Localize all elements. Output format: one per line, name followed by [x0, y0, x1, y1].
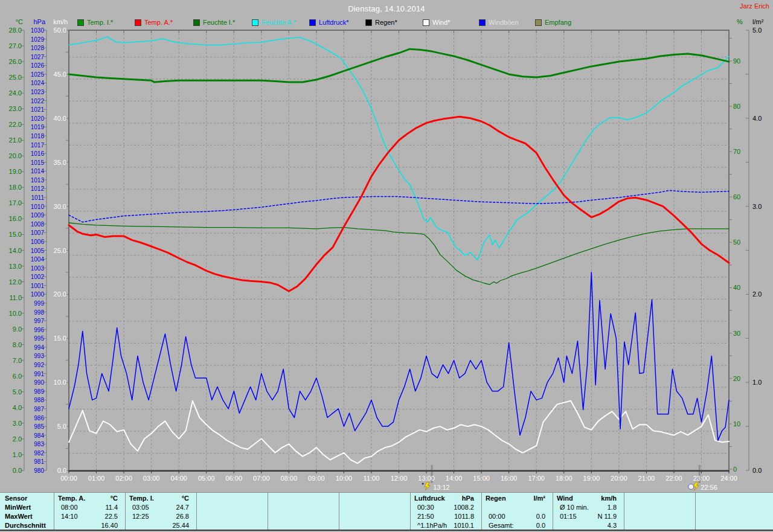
cell-value: 1008.2 [414, 503, 474, 512]
temp-tick-label: 10.0 [9, 310, 22, 317]
x-tick-label: 08:00 [281, 475, 298, 482]
hpa-tick-label: 1002 [31, 274, 45, 280]
kmh-tick-label: 15.0 [54, 335, 66, 342]
hpa-tick-label: 991 [34, 371, 44, 377]
temp-tick-label: 13.0 [9, 263, 22, 270]
table-divider [553, 493, 553, 530]
x-tick-label: 03:00 [143, 475, 160, 482]
x-tick-label: 16:00 [501, 475, 518, 482]
table-divider [339, 493, 339, 530]
row-label: MaxWert [5, 512, 52, 521]
temp-tick-label: 18.0 [9, 184, 22, 191]
col-unit: °C [129, 494, 189, 503]
x-tick-label: 17:00 [528, 475, 545, 482]
marker-dot-icon [422, 482, 424, 484]
temp-tick-label: 14.0 [9, 247, 22, 254]
kmh-tick-label: 35.0 [54, 159, 66, 166]
row-label: MinWert [5, 503, 52, 512]
hpa-tick-label: 980 [34, 467, 44, 474]
series-luftdruck [69, 190, 729, 222]
hpa-tick-label: 995 [34, 335, 44, 342]
kmh-tick-label: 30.0 [54, 203, 66, 210]
pct-tick-label: 10 [733, 420, 740, 428]
x-tick-label: 04:00 [170, 475, 187, 482]
cell-value: 22.5 [58, 512, 118, 521]
temp-tick-label: 23.0 [9, 105, 22, 112]
temp-tick-label: 3.0 [13, 420, 22, 427]
hpa-tick-label: 1023 [31, 89, 45, 95]
kmh-tick-label: 20.0 [54, 290, 66, 298]
temp-tick-label: 7.0 [13, 357, 22, 364]
col-unit: °C [58, 494, 118, 503]
kmh-tick-label: 40.0 [54, 115, 66, 122]
x-tick-label: 22:00 [666, 475, 682, 482]
temp-tick-label: 26.0 [9, 58, 22, 65]
event-time-label: 22:56 [701, 484, 717, 491]
x-tick-label: 05:00 [198, 475, 215, 482]
series-temp_i [69, 49, 729, 82]
hpa-tick-label: 992 [34, 362, 44, 368]
hpa-tick-label: 1006 [31, 239, 45, 245]
table-divider [624, 493, 624, 530]
lm2-tick-label: 0.0 [752, 467, 762, 474]
table-header-sensor: Sensor [5, 494, 52, 503]
table-divider [54, 493, 54, 530]
hpa-tick-label: 1010 [31, 204, 45, 210]
lm2-tick-label: 3.0 [752, 203, 762, 210]
cell-value: 1011.8 [414, 512, 474, 521]
table-divider [410, 493, 411, 530]
temp-tick-label: 16.0 [9, 215, 22, 222]
temp-tick-label: 17.0 [9, 199, 22, 207]
hpa-tick-label: 1013 [31, 177, 45, 184]
series-wind [69, 401, 729, 464]
x-tick-label: 15:00 [473, 475, 490, 482]
x-tick-label: 01:00 [88, 475, 105, 482]
moon-icon [688, 484, 694, 490]
lm2-tick-label: 2.0 [752, 290, 762, 298]
hpa-tick-label: 1022 [31, 98, 45, 104]
hpa-tick-label: 1030 [31, 27, 45, 34]
hpa-tick-label: 1016 [31, 150, 45, 157]
stats-table: SensorMinWertMaxWertDurchschnittTemp. A.… [0, 492, 773, 530]
pct-tick-label: 20 [733, 375, 740, 382]
hpa-tick-label: 989 [34, 388, 44, 395]
hpa-tick-label: 1005 [31, 248, 45, 254]
pct-tick-label: 70 [733, 148, 740, 155]
cell-value: 1010.1 [414, 521, 474, 530]
temp-tick-label: 2.0 [13, 435, 22, 443]
kmh-tick-label: 45.0 [54, 71, 66, 78]
hpa-tick-label: 1020 [31, 115, 45, 122]
table-divider [481, 493, 482, 530]
hpa-tick-label: 1001 [31, 283, 45, 289]
pct-tick-label: 30 [733, 330, 740, 337]
row-label: Durchschnitt [5, 521, 52, 530]
kmh-tick-label: 5.0 [57, 423, 66, 430]
lightning-icon [693, 482, 699, 490]
hpa-tick-label: 1026 [31, 62, 45, 69]
temp-tick-label: 9.0 [13, 325, 22, 333]
pct-tick-label: 90 [733, 57, 740, 65]
temp-tick-label: 12.0 [9, 278, 22, 286]
hpa-tick-label: 1024 [31, 80, 45, 86]
lm2-tick-label: 5.0 [752, 27, 762, 34]
col-unit: hPa [414, 494, 474, 503]
hpa-tick-label: 996 [34, 327, 44, 333]
cell-value: 4.3 [557, 521, 617, 530]
hpa-tick-label: 1007 [31, 229, 45, 236]
hpa-tick-label: 1014 [31, 168, 45, 175]
x-tick-label: 10:00 [336, 475, 353, 482]
cell-value: 11.4 [58, 503, 118, 512]
hpa-tick-label: 994 [34, 344, 44, 351]
hpa-tick-label: 1004 [31, 256, 45, 263]
table-divider [196, 493, 197, 530]
lm2-tick-label: 4.0 [752, 115, 762, 122]
temp-tick-label: 11.0 [9, 294, 22, 301]
lm2-tick-label: 1.0 [752, 379, 762, 386]
temp-tick-label: 0.0 [13, 467, 22, 474]
hpa-tick-label: 1017 [31, 142, 45, 149]
x-tick-label: 20:00 [611, 475, 627, 482]
hpa-tick-label: 1009 [31, 212, 45, 219]
weather-app-window: Dienstag, 14.10.2014 Jarz Erich °C hPa k… [0, 0, 773, 532]
hpa-tick-label: 984 [34, 432, 44, 439]
temp-tick-label: 5.0 [13, 388, 22, 396]
